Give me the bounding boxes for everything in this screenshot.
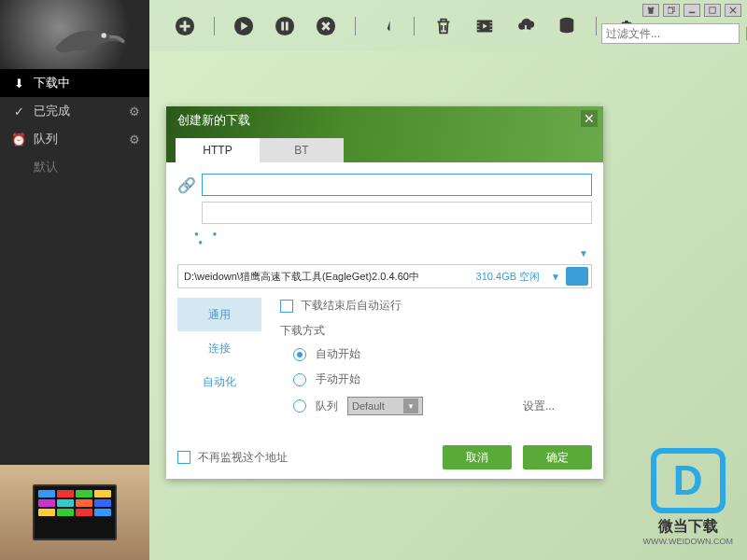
chevron-down-icon[interactable]: ▼ [545,272,566,282]
tab-http[interactable]: HTTP [176,138,260,162]
free-space-label: 310.4GB 空闲 [471,270,545,284]
radio-label: 手动开始 [316,371,360,387]
sort-button[interactable] [373,14,397,38]
watermark: D 微当下载 WWW.WEIDOWN.COM [643,448,733,546]
add-button[interactable] [173,14,197,38]
settings-link[interactable]: 设置... [523,399,555,414]
separator [596,17,597,35]
gear-icon[interactable]: ⚙ [129,105,140,119]
sidebar-item-completed[interactable]: ✓ 已完成 ⚙ [0,97,149,125]
chevron-down-icon[interactable]: ▼ [579,248,588,259]
side-tab-general[interactable]: 通用 [177,298,261,331]
cancel-button[interactable]: 取消 [443,445,512,469]
queue-select[interactable]: Default ▼ [347,397,423,415]
sidebar-item-queue[interactable]: ⏰ 队列 ⚙ [0,125,149,153]
side-tab-connection[interactable]: 连接 [177,331,261,365]
close-icon[interactable]: ✕ [581,110,598,127]
download-icon: ⬇ [11,76,26,91]
svg-rect-10 [286,21,289,30]
promo-banner[interactable] [0,465,149,560]
path-input[interactable] [178,271,471,282]
watermark-logo-icon: D [651,448,726,513]
filter-input-container[interactable]: 🔍 [601,23,740,44]
check-icon: ✓ [11,104,26,119]
radio-queue[interactable] [293,399,306,413]
radio-manual-start[interactable] [293,373,306,386]
link-icon: 🔗 [177,176,196,194]
logo-area [0,0,149,69]
queue-select-value: Default [352,400,385,412]
sidebar-item-label: 默认 [34,159,58,175]
monitor-label: 不再监视这个地址 [198,450,288,466]
stop-button[interactable] [314,14,338,38]
sidebar-item-downloading[interactable]: ⬇ 下载中 [0,69,149,97]
watermark-url: WWW.WEIDOWN.COM [643,537,733,546]
separator [214,17,215,35]
new-download-dialog: 创建新的下载 ✕ HTTP BT 🔗 ● ● ● ▼ 310.4GB 空闲 ▼ … [166,106,603,479]
delete-button[interactable] [431,14,456,38]
svg-point-8 [275,16,294,35]
radio-auto-start[interactable] [293,348,306,361]
sidebar: ⬇ 下载中 ✓ 已完成 ⚙ ⏰ 队列 ⚙ 默认 [0,0,149,465]
auto-run-label: 下载结束后自动运行 [301,298,402,314]
path-row: 310.4GB 空闲 ▼ [177,264,592,288]
sidebar-item-label: 已完成 [34,103,70,119]
cloud-button[interactable] [514,14,538,38]
filter-input[interactable] [606,27,746,40]
video-button[interactable] [472,14,497,38]
url-input[interactable] [202,174,592,196]
eagle-logo-icon [47,19,131,61]
radio-label: 自动开始 [316,346,360,362]
dialog-header: 创建新的下载 ✕ HTTP BT [166,106,603,162]
play-button[interactable] [232,14,256,38]
tab-bt[interactable]: BT [260,138,344,162]
separator [355,17,356,35]
watermark-text: 微当下载 [643,517,733,537]
gear-icon[interactable]: ⚙ [129,133,140,147]
database-button[interactable] [555,14,579,38]
monitor-checkbox[interactable] [177,451,190,464]
promo-screen-icon [33,484,117,540]
svg-rect-9 [281,21,284,30]
ok-button[interactable]: 确定 [523,445,592,469]
sidebar-item-label: 下载中 [34,75,70,91]
clock-icon: ⏰ [11,132,26,147]
pause-button[interactable] [273,14,297,38]
folder-icon[interactable] [566,267,588,286]
side-tab-automation[interactable]: 自动化 [177,365,261,399]
dialog-title: 创建新的下载 [166,106,261,134]
svg-point-14 [102,33,106,37]
download-method-label: 下载方式 [280,323,592,339]
name-input[interactable] [202,202,592,224]
sidebar-item-default[interactable]: 默认 [0,153,149,181]
sidebar-item-label: 队列 [34,131,58,147]
dots-icon: ● ● ● [194,230,592,246]
auto-run-checkbox[interactable] [280,300,293,313]
separator [414,17,415,35]
chevron-down-icon: ▼ [403,399,418,413]
radio-label: 队列 [316,399,338,414]
